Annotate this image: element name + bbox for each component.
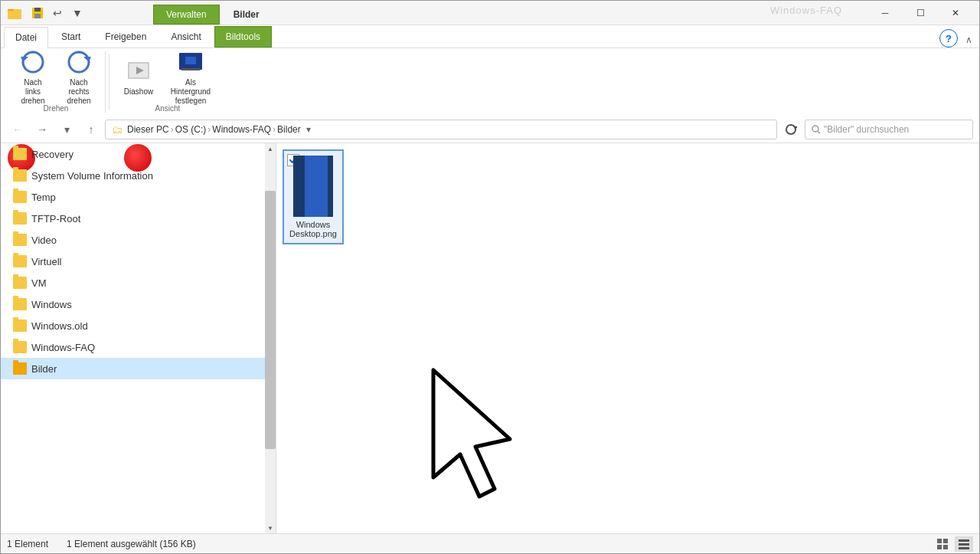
sidebar-spacer [1,379,265,395]
close-button[interactable]: ✕ [938,1,973,25]
nach-links-drehen-button[interactable]: Nach linksdrehen [13,53,53,102]
sidebar-item-bilder[interactable]: Bilder [1,358,265,379]
cursor-arrow-icon [410,362,533,516]
address-path[interactable]: 🗂 Dieser PC › OS (C:) › Windows-FAQ › Bi… [105,120,777,139]
sidebar-item-windows-faq[interactable]: Windows-FAQ [1,336,265,358]
grid-view-icon [936,538,949,550]
folder-icon-tftp-root [13,212,27,225]
sidebar-label-virtuell: Virtuell [31,256,62,267]
svg-rect-2 [8,11,21,19]
file-name: WindowsDesktop.png [289,220,337,238]
svg-line-16 [818,131,820,133]
sidebar: ▲ Recovery System Volume Information Tem… [1,143,276,533]
view-grid-button[interactable] [933,536,952,552]
sidebar-item-recovery[interactable]: Recovery [1,143,265,165]
svg-rect-24 [959,547,969,549]
scroll-down-button[interactable]: ▼ [265,523,276,533]
forward-button[interactable]: → [31,119,53,140]
diashow-icon [126,58,152,84]
sidebar-label-windows: Windows [31,299,72,310]
thumb-strip-dark-1 [293,156,305,217]
thumb-strip-blue [305,156,328,217]
svg-rect-13 [181,68,200,70]
nach-rechts-drehen-button[interactable]: Nach rechtsdrehen [59,53,99,102]
sidebar-label-windows-faq: Windows-FAQ [31,342,95,353]
path-dieser-pc[interactable]: Dieser PC [127,124,169,135]
ribbon-group-ansicht: Diashow Als Hintergrundfestlegen Ansicht [113,51,223,113]
tab-verwalten[interactable]: Verwalten [153,5,220,25]
watermark: Windows-FAQ [770,5,842,16]
svg-point-15 [812,126,818,132]
main-area: ▲ Recovery System Volume Information Tem… [1,143,979,533]
rotate-left-icon [20,49,46,75]
status-bar: 1 Element 1 Element ausgewählt (156 KB) [1,533,979,553]
scrollbar-thumb[interactable] [265,191,276,449]
file-item-windows-desktop[interactable]: WindowsDesktop.png [283,149,344,244]
status-left: 1 Element 1 Element ausgewählt (156 KB) [7,539,196,549]
sidebar-label-windows-old: Windows.old [31,320,88,332]
path-os-c[interactable]: OS (C:) [175,124,207,135]
content-area: WindowsDesktop.png [276,143,979,533]
refresh-button[interactable] [780,119,802,140]
sidebar-item-system-volume[interactable]: System Volume Information [1,165,265,186]
tab-start[interactable]: Start [50,26,92,48]
tab-datei[interactable]: Datei [4,27,48,48]
sidebar-item-video[interactable]: Video [1,229,265,251]
view-details-button[interactable] [955,536,973,552]
svg-marker-6 [21,57,28,62]
ribbon-collapse-button[interactable]: ∧ [961,32,976,48]
sidebar-scroll-container: ▲ Recovery System Volume Information Tem… [1,143,276,533]
path-dropdown-button[interactable]: ▾ [301,120,316,139]
help-button[interactable]: ? [939,29,958,48]
sidebar-item-virtuell[interactable]: Virtuell [1,251,265,272]
quick-access-dropdown[interactable]: ▼ [68,4,87,22]
folder-icon-bilder [13,362,27,375]
path-bilder[interactable]: Bilder [277,124,301,135]
main-window: ↩ ▼ Verwalten Bilder Windows-FAQ ─ ☐ ✕ D… [0,0,980,554]
svg-marker-7 [83,57,91,62]
maximize-button[interactable]: ☐ [903,1,938,25]
tab-freigeben[interactable]: Freigeben [93,26,158,48]
folder-icon-system-volume [13,169,27,182]
scroll-up-button[interactable]: ▲ [265,143,276,154]
path-windows-faq[interactable]: Windows-FAQ [212,124,271,135]
dropdown-recent-button[interactable]: ▾ [56,119,77,140]
sidebar-item-temp[interactable]: Temp [1,186,265,208]
svg-rect-5 [34,14,41,18]
up-button[interactable]: ↑ [80,119,102,140]
undo-quick-btn[interactable]: ↩ [48,4,67,22]
window-controls: ─ ☐ ✕ [867,1,973,25]
folder-icon-virtuell [13,255,27,267]
path-home-icon: 🗂 [112,123,122,136]
tab-ansicht[interactable]: Ansicht [159,26,212,48]
sidebar-item-vm[interactable]: VM [1,272,265,293]
diashow-label: Diashow [124,87,153,96]
search-box[interactable]: "Bilder" durchsuchen [805,120,973,139]
svg-marker-17 [433,370,510,497]
ribbon-content: Nach linksdrehen Nach rechtsdrehen Drehe… [1,48,979,116]
sidebar-item-windows-old[interactable]: Windows.old [1,315,265,336]
minimize-button[interactable]: ─ [867,1,903,25]
rotate-right-icon [66,49,92,75]
sidebar-item-windows[interactable]: Windows [1,293,265,315]
title-bilder: Bilder [221,5,272,25]
sidebar-label-video: Video [31,234,57,246]
folder-icon-windows-faq [13,341,27,353]
hintergrund-label: Als Hintergrundfestlegen [168,78,214,106]
sidebar-item-tftp-root[interactable]: TFTP-Root [1,208,265,229]
scrollbar-track [265,154,276,523]
details-view-icon [958,538,970,550]
folder-icon-windows-old [13,320,27,332]
sidebar-label-recovery: Recovery [31,149,74,160]
save-quick-btn[interactable] [28,4,47,22]
hintergrund-button[interactable]: Als Hintergrundfestlegen [165,53,217,102]
folder-icon-video [13,234,27,246]
folder-icon-vm [13,277,27,289]
back-button[interactable]: ← [7,119,28,140]
tab-bildtools[interactable]: Bildtools [214,26,272,48]
ribbon-group-drehen: Nach linksdrehen Nach rechtsdrehen Drehe… [7,51,106,113]
folder-icon-temp [13,191,27,203]
diashow-button[interactable]: Diashow [119,53,158,102]
svg-rect-4 [34,8,41,11]
address-bar: ← → ▾ ↑ 🗂 Dieser PC › OS (C:) › Windows-… [1,116,979,143]
